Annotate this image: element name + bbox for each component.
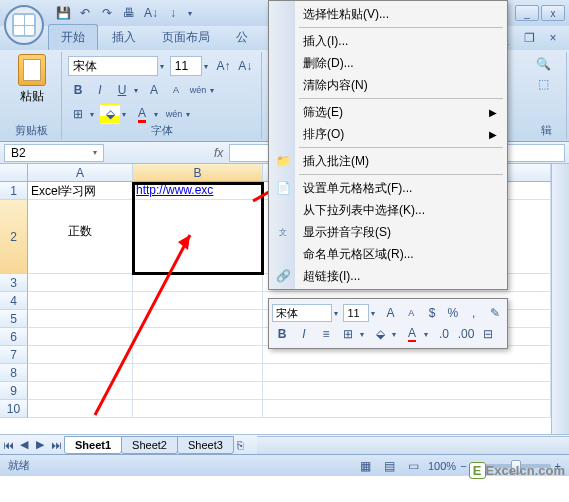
- font-increase-icon[interactable]: A: [144, 80, 164, 100]
- row-header-1[interactable]: 1: [0, 182, 28, 200]
- cell-b1[interactable]: http://www.exc: [133, 182, 263, 200]
- merge-icon[interactable]: ⊟: [478, 324, 498, 344]
- cell[interactable]: [263, 382, 551, 400]
- ctx-pick-list[interactable]: 从下拉列表中选择(K)...: [271, 199, 505, 221]
- border-button[interactable]: ⊞: [338, 324, 358, 344]
- row-header-10[interactable]: 10: [0, 400, 28, 418]
- row-header-5[interactable]: 5: [0, 310, 28, 328]
- tab-formulas[interactable]: 公: [224, 25, 260, 50]
- fx-icon[interactable]: fx: [214, 146, 223, 160]
- zoom-out-icon[interactable]: −: [460, 460, 466, 472]
- office-button[interactable]: [4, 5, 44, 45]
- ctx-filter[interactable]: 筛选(E)▶: [271, 101, 505, 123]
- next-sheet-icon[interactable]: ▶: [32, 437, 48, 453]
- undo-icon[interactable]: ↶: [76, 4, 94, 22]
- font-color-button[interactable]: A: [132, 104, 152, 124]
- tab-layout[interactable]: 页面布局: [150, 25, 222, 50]
- decrease-decimal-icon[interactable]: .0: [434, 324, 454, 344]
- print-icon[interactable]: 🖶: [120, 4, 138, 22]
- doc-close-button[interactable]: ×: [543, 28, 563, 48]
- dropdown-icon[interactable]: ▾: [122, 110, 130, 119]
- cell[interactable]: [263, 400, 551, 418]
- save-icon[interactable]: 💾: [54, 4, 72, 22]
- redo-icon[interactable]: ↷: [98, 4, 116, 22]
- dropdown-icon[interactable]: ▾: [90, 110, 98, 119]
- cell-a2[interactable]: 正数: [28, 200, 133, 274]
- cell[interactable]: [28, 274, 133, 292]
- minimize-button[interactable]: _: [515, 5, 539, 21]
- cell[interactable]: [28, 292, 133, 310]
- cell-b2[interactable]: [133, 200, 263, 274]
- ctx-hyperlink[interactable]: 🔗超链接(I)...: [271, 265, 505, 287]
- currency-icon[interactable]: $: [423, 303, 442, 323]
- paste-button[interactable]: 粘贴: [12, 54, 52, 110]
- shrink-font-icon[interactable]: A↓: [235, 56, 255, 76]
- dropdown-icon[interactable]: ▾: [154, 110, 162, 119]
- cell[interactable]: [263, 364, 551, 382]
- row-header-7[interactable]: 7: [0, 346, 28, 364]
- font-color-button[interactable]: A: [402, 324, 422, 344]
- shrink-font-icon[interactable]: A: [402, 303, 421, 323]
- sheet-tab-2[interactable]: Sheet2: [121, 436, 178, 454]
- format-painter-icon[interactable]: ✎: [485, 303, 504, 323]
- bold-button[interactable]: B: [272, 324, 292, 344]
- cell[interactable]: [133, 274, 263, 292]
- font-size-select[interactable]: [170, 56, 202, 76]
- comma-icon[interactable]: ,: [464, 303, 483, 323]
- dropdown-icon[interactable]: ▾: [204, 62, 212, 71]
- dropdown-icon[interactable]: ▾: [210, 86, 218, 95]
- qat-more-icon[interactable]: ▾: [186, 4, 194, 22]
- last-sheet-icon[interactable]: ⏭: [48, 437, 64, 453]
- cell[interactable]: [133, 346, 263, 364]
- view-normal-icon[interactable]: ▦: [356, 456, 376, 476]
- ctx-delete[interactable]: 删除(D)...: [271, 52, 505, 74]
- dropdown-icon[interactable]: ▾: [360, 330, 368, 339]
- cell[interactable]: [133, 310, 263, 328]
- bold-button[interactable]: B: [68, 80, 88, 100]
- align-center-icon[interactable]: ≡: [316, 324, 336, 344]
- cell[interactable]: [133, 292, 263, 310]
- sort-desc-icon[interactable]: ↓: [164, 4, 182, 22]
- dropdown-icon[interactable]: ▾: [134, 86, 142, 95]
- ctx-paste-special[interactable]: 选择性粘贴(V)...: [271, 3, 505, 25]
- col-header-a[interactable]: A: [28, 164, 133, 181]
- row-header-6[interactable]: 6: [0, 328, 28, 346]
- ctx-clear[interactable]: 清除内容(N): [271, 74, 505, 96]
- sort-asc-icon[interactable]: A↓: [142, 4, 160, 22]
- cell[interactable]: [28, 310, 133, 328]
- fill-color-button[interactable]: ⬙: [100, 104, 120, 124]
- increase-decimal-icon[interactable]: .00: [456, 324, 476, 344]
- find-select-icon[interactable]: ⬚: [533, 74, 553, 94]
- new-sheet-icon[interactable]: ⎘: [233, 437, 249, 453]
- dropdown-icon[interactable]: ▾: [186, 110, 194, 119]
- find-icon[interactable]: 🔍: [533, 54, 553, 74]
- mini-size-select[interactable]: [343, 304, 369, 322]
- row-header-4[interactable]: 4: [0, 292, 28, 310]
- row-header-8[interactable]: 8: [0, 364, 28, 382]
- italic-button[interactable]: I: [90, 80, 110, 100]
- cell[interactable]: [28, 400, 133, 418]
- dropdown-icon[interactable]: ▾: [160, 62, 168, 71]
- doc-restore-button[interactable]: ❐: [519, 28, 539, 48]
- ctx-name-range[interactable]: 命名单元格区域(R)...: [271, 243, 505, 265]
- sheet-tab-1[interactable]: Sheet1: [64, 436, 122, 454]
- view-break-icon[interactable]: ▭: [404, 456, 424, 476]
- grow-font-icon[interactable]: A: [381, 303, 400, 323]
- zoom-level[interactable]: 100%: [428, 460, 456, 472]
- select-all-corner[interactable]: [0, 164, 28, 181]
- cell[interactable]: [28, 364, 133, 382]
- border-button[interactable]: ⊞: [68, 104, 88, 124]
- cell[interactable]: [133, 328, 263, 346]
- grow-font-icon[interactable]: A↑: [214, 56, 234, 76]
- italic-button[interactable]: I: [294, 324, 314, 344]
- dropdown-icon[interactable]: ▾: [392, 330, 400, 339]
- ctx-format-cells[interactable]: 📄设置单元格格式(F)...: [271, 177, 505, 199]
- font-decrease-icon[interactable]: A: [166, 80, 186, 100]
- dropdown-icon[interactable]: ▾: [334, 309, 341, 318]
- dropdown-icon[interactable]: ▾: [371, 309, 378, 318]
- horizontal-scrollbar[interactable]: [257, 436, 569, 454]
- phonetic-icon[interactable]: wén: [188, 80, 208, 100]
- dropdown-icon[interactable]: ▾: [424, 330, 432, 339]
- cell-a1[interactable]: Excel学习网: [28, 182, 133, 200]
- vertical-scrollbar[interactable]: [551, 164, 569, 434]
